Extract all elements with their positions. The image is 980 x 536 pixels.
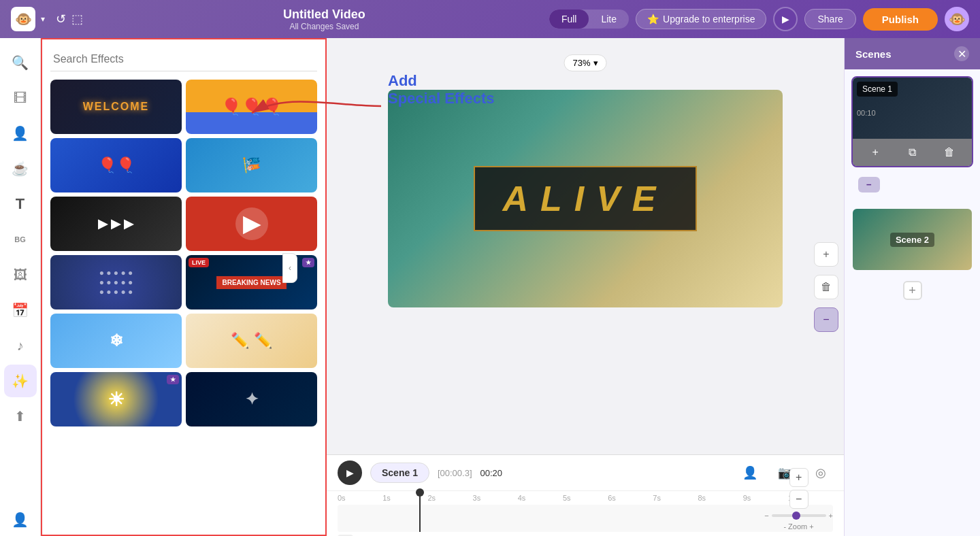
total-duration: 00:20 — [480, 468, 503, 478]
project-title: Untitled Video — [99, 7, 549, 22]
effect-thumb-9[interactable]: ❄ — [50, 314, 182, 368]
effect-thumb-11[interactable]: ★ ☀ — [50, 372, 182, 426]
live-badge: LIVE — [189, 258, 209, 267]
timeline-play-button[interactable]: ▶ — [338, 460, 362, 485]
preview-play-button[interactable]: ▶ — [773, 7, 798, 31]
title-block: Untitled Video All Changes Saved — [99, 7, 549, 31]
sidebar-item-music[interactable]: ♪ — [4, 329, 37, 362]
lite-toggle[interactable]: Lite — [589, 10, 629, 29]
scene-1-collapse-button[interactable]: − — [858, 177, 880, 192]
upgrade-button[interactable]: ⭐ Upgrade to enterprise — [636, 9, 766, 29]
effect-thumb-12[interactable]: ✦ — [186, 372, 317, 426]
full-toggle[interactable]: Full — [549, 10, 589, 29]
alive-text: ALIVE — [502, 178, 668, 219]
scene-1-thumbnail: Scene 1 00:10 — [853, 78, 972, 139]
timeline: ▶ Scene 1 [00:00.3] 00:20 👤 📷 ◎ 0s 1s 2s… — [327, 454, 844, 536]
sidebar-item-props[interactable]: ☕ — [4, 152, 37, 185]
sidebar-item-charts[interactable]: 📅 — [4, 294, 37, 326]
premium-badge: ★ — [302, 258, 314, 267]
scene-delete-button[interactable]: 🗑 — [940, 143, 959, 162]
undo-button[interactable]: ↺ — [56, 12, 66, 27]
save-status: All Changes Saved — [99, 22, 549, 31]
scene-1-label: Scene 1 — [857, 82, 898, 97]
premium-badge-2: ★ — [167, 375, 179, 384]
timeline-track[interactable] — [338, 505, 833, 532]
annotation-arrow-svg — [245, 79, 395, 133]
canvas-area: Add Special Effects 73% ▾ ALIVE + 🗑 − ▶ … — [327, 38, 844, 536]
sidebar-item-upload[interactable]: ⬆ — [4, 400, 37, 433]
add-element-button[interactable]: + — [814, 242, 838, 267]
annotation: Add Special Effects — [381, 72, 495, 108]
character-icon[interactable]: 👤 — [738, 460, 762, 485]
sidebar-item-characters[interactable]: 👤 — [4, 117, 37, 150]
sidebar: 🔍 🎞 👤 ☕ T BG 🖼 📅 ♪ ✨ ⬆ 👤 — [0, 38, 41, 536]
scene-1-actions: + ⧉ 🗑 — [853, 139, 972, 166]
search-effects-input[interactable] — [50, 48, 317, 71]
view-toggle: Full Lite — [549, 10, 629, 29]
effect-thumb-8[interactable]: LIVE ★ BREAKING NEWS — [186, 255, 317, 309]
screen-share-icon[interactable]: ⬚ — [71, 12, 83, 27]
delete-element-button[interactable]: 🗑 — [814, 275, 838, 299]
logo-dropdown[interactable]: ▾ — [41, 14, 45, 24]
ruler-0s: 0s — [338, 494, 382, 502]
scene-2-thumbnail: Scene 2 — [853, 209, 972, 270]
effect-thumb-6[interactable]: ▶ — [186, 197, 317, 251]
scenes-close-button[interactable]: ✕ — [954, 46, 969, 61]
logo[interactable]: 🐵 — [11, 7, 35, 31]
zoom-slider-container: − + — [764, 512, 833, 520]
ruler-5s: 5s — [563, 494, 608, 502]
canvas-controls: + 🗑 − — [814, 242, 838, 332]
zoom-plus-label: + — [829, 512, 833, 520]
zoom-slider-thumb[interactable] — [792, 512, 800, 520]
panel-collapse-button[interactable]: ‹ — [282, 253, 297, 283]
user-avatar[interactable]: 🐵 — [945, 7, 969, 31]
ruler-2s: 2s — [427, 494, 472, 502]
zoom-control[interactable]: 73% ▾ — [564, 54, 606, 71]
sidebar-item-search[interactable]: 🔍 — [4, 46, 37, 79]
scenes-panel: Scenes ✕ Scene 1 00:10 + ⧉ 🗑 − — [844, 38, 980, 536]
collapse-element-button[interactable]: − — [814, 307, 838, 332]
sidebar-item-text[interactable]: T — [4, 188, 37, 220]
main-layout: 🔍 🎞 👤 ☕ T BG 🖼 📅 ♪ ✨ ⬆ 👤 WELCOME 🎈🎈🎈 — [0, 38, 980, 536]
effect-thumb-1[interactable]: WELCOME — [50, 80, 182, 134]
alive-text-box: ALIVE — [474, 166, 696, 231]
timeline-needle[interactable] — [419, 491, 421, 532]
add-scene-button[interactable]: + — [903, 281, 922, 300]
scene-card-1[interactable]: Scene 1 00:10 + ⧉ 🗑 — [851, 76, 973, 167]
ruler-8s: 8s — [698, 494, 743, 502]
scene-card-2[interactable]: Scene 2 — [851, 207, 973, 271]
share-button[interactable]: Share — [804, 9, 855, 29]
ruler-7s: 7s — [653, 494, 698, 502]
zoom-out-button[interactable]: − — [789, 490, 808, 509]
publish-button[interactable]: Publish — [863, 8, 938, 31]
sidebar-item-background[interactable]: BG — [4, 223, 37, 256]
sidebar-item-images[interactable]: 🖼 — [4, 258, 37, 291]
zoom-slider-track[interactable] — [772, 514, 826, 517]
scenes-header: Scenes ✕ — [845, 38, 980, 69]
effect-thumb-5[interactable]: ▶ ▶ ▶ — [50, 197, 182, 251]
scenes-title: Scenes — [855, 48, 892, 60]
sidebar-item-user[interactable]: 👤 — [4, 503, 37, 536]
scene-duplicate-button[interactable]: ⧉ — [902, 143, 921, 162]
zoom-in-button[interactable]: + — [789, 468, 808, 487]
sidebar-item-media[interactable]: 🎞 — [4, 82, 37, 114]
ruler-4s: 4s — [518, 494, 563, 502]
annotation-text-line2: Special Effects — [388, 90, 495, 107]
zoom-label: - Zoom + — [783, 522, 813, 531]
scene-add-button[interactable]: + — [866, 143, 885, 162]
ruler-6s: 6s — [608, 494, 653, 502]
video-canvas: ALIVE — [388, 90, 783, 307]
sidebar-item-effects[interactable]: ✨ — [4, 365, 37, 397]
effect-thumb-3[interactable]: 🎈🎈 — [50, 138, 182, 192]
scene-1-time: 00:10 — [857, 109, 876, 117]
header: 🐵 ▾ ↺ ⬚ Untitled Video All Changes Saved… — [0, 0, 980, 38]
effect-thumb-4[interactable]: 🎏 — [186, 138, 317, 192]
star-icon: ⭐ — [647, 14, 659, 24]
effect-thumb-10[interactable]: ✏️ ✏️ — [186, 314, 317, 368]
zoom-minus-label: − — [764, 512, 768, 520]
current-time: [00:00.3] — [438, 468, 472, 478]
scene-2-label: Scene 2 — [890, 233, 934, 247]
header-right: Full Lite ⭐ Upgrade to enterprise ▶ Shar… — [549, 7, 969, 31]
zoom-controls-bottom: + − − + - Zoom + — [764, 468, 833, 531]
effect-thumb-7[interactable]: ● ● ● ● ●● ● ● ● ●● ● ● ● ● — [50, 255, 182, 309]
